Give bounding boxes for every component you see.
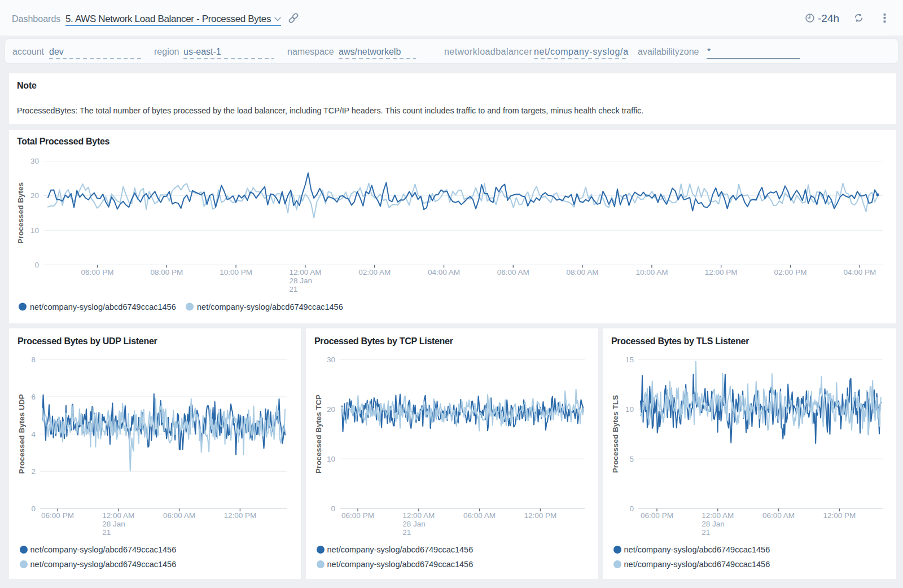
svg-text:0: 0: [331, 504, 335, 513]
svg-text:10: 10: [30, 226, 39, 235]
svg-text:06:00 AM: 06:00 AM: [463, 511, 496, 520]
svg-text:net/company-syslog/abcd6749cca: net/company-syslog/abcd6749ccac1456: [30, 302, 176, 311]
svg-text:08:00 PM: 08:00 PM: [150, 268, 183, 277]
svg-text:net/company-syslog/abcd6749cca: net/company-syslog/abcd6749ccac1456: [624, 545, 770, 554]
svg-text:4: 4: [31, 430, 36, 438]
svg-text:15: 15: [625, 356, 634, 364]
svg-text:04:00 AM: 04:00 AM: [428, 268, 460, 277]
svg-text:Processed Bytes UDP: Processed Bytes UDP: [17, 394, 26, 474]
svg-text:2: 2: [31, 467, 36, 476]
svg-text:28 Jan: 28 Jan: [702, 520, 725, 528]
svg-text:21: 21: [289, 285, 297, 293]
svg-text:12:00 PM: 12:00 PM: [823, 511, 856, 520]
svg-text:12:00 PM: 12:00 PM: [705, 268, 738, 277]
svg-text:12:00 AM: 12:00 AM: [702, 511, 734, 520]
svg-text:12:00 AM: 12:00 AM: [102, 511, 134, 520]
svg-text:net/company-syslog/abcd6749cca: net/company-syslog/abcd6749ccac1456: [327, 545, 474, 554]
svg-text:20: 20: [30, 191, 39, 200]
svg-text:21: 21: [702, 528, 710, 537]
svg-text:net/company-syslog/abcd6749cca: net/company-syslog/abcd6749ccac1456: [30, 545, 177, 554]
svg-text:net/company-syslog/abcd6749cca: net/company-syslog/abcd6749ccac1456: [624, 560, 770, 569]
svg-text:10:00 PM: 10:00 PM: [220, 268, 252, 277]
svg-text:Total Processed Bytes: Total Processed Bytes: [17, 137, 110, 146]
svg-text:12:00 AM: 12:00 AM: [402, 511, 435, 520]
svg-text:Processed Bytes TLS: Processed Bytes TLS: [611, 395, 620, 473]
svg-text:06:00 PM: 06:00 PM: [41, 511, 74, 520]
svg-text:Processed Bytes by UDP Listene: Processed Bytes by UDP Listener: [17, 336, 157, 346]
svg-text:04:00 PM: 04:00 PM: [843, 268, 876, 277]
svg-text:Processed Bytes by TLS Listene: Processed Bytes by TLS Listener: [611, 336, 749, 346]
svg-text:6: 6: [31, 393, 36, 401]
svg-text:28 Jan: 28 Jan: [402, 520, 426, 528]
svg-text:8: 8: [31, 356, 36, 364]
svg-text:20: 20: [327, 405, 335, 414]
svg-text:06:00 AM: 06:00 AM: [762, 511, 795, 520]
svg-text:Processed Bytes TCP: Processed Bytes TCP: [314, 394, 323, 473]
svg-text:Processed Bytes by TCP Listene: Processed Bytes by TCP Listener: [314, 336, 453, 346]
svg-text:net/company-syslog/abcd6749cca: net/company-syslog/abcd6749ccac1456: [30, 560, 177, 569]
svg-text:12:00 PM: 12:00 PM: [224, 511, 257, 520]
svg-text:12:00 PM: 12:00 PM: [524, 511, 557, 520]
svg-text:10:00 AM: 10:00 AM: [635, 268, 668, 277]
svg-text:06:00 PM: 06:00 PM: [81, 268, 114, 277]
svg-text:net/company-syslog/abcd6749cca: net/company-syslog/abcd6749ccac1456: [327, 560, 474, 569]
svg-text:0: 0: [34, 261, 39, 269]
svg-text:06:00 PM: 06:00 PM: [641, 511, 673, 520]
svg-text:06:00 AM: 06:00 AM: [497, 268, 529, 277]
svg-text:10: 10: [327, 455, 335, 463]
svg-text:10: 10: [625, 405, 634, 414]
svg-text:02:00 PM: 02:00 PM: [774, 268, 807, 277]
svg-text:08:00 AM: 08:00 AM: [567, 268, 599, 277]
svg-text:net/company-syslog/abcd6749cca: net/company-syslog/abcd6749ccac1456: [197, 302, 343, 311]
svg-text:06:00 PM: 06:00 PM: [341, 511, 374, 520]
svg-text:Processed Bytes: Processed Bytes: [16, 182, 25, 244]
svg-text:21: 21: [402, 528, 411, 537]
svg-text:30: 30: [327, 356, 335, 364]
svg-text:21: 21: [102, 528, 111, 537]
svg-text:12:00 AM: 12:00 AM: [289, 268, 321, 277]
svg-text:28 Jan: 28 Jan: [102, 520, 125, 528]
svg-text:0: 0: [31, 504, 36, 513]
svg-text:30: 30: [30, 157, 39, 165]
svg-text:06:00 AM: 06:00 AM: [163, 511, 195, 520]
svg-text:28 Jan: 28 Jan: [289, 277, 312, 285]
svg-text:02:00 AM: 02:00 AM: [358, 268, 391, 277]
svg-text:0: 0: [629, 504, 634, 513]
svg-text:5: 5: [629, 455, 634, 463]
